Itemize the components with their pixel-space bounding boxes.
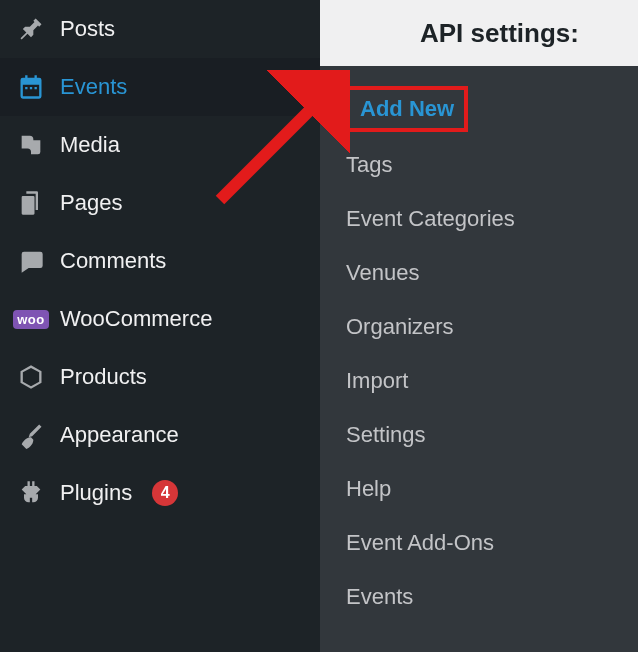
menu-label: Appearance <box>60 422 179 448</box>
menu-item-plugins[interactable]: Plugins 4 <box>0 464 320 522</box>
submenu-item-settings[interactable]: Settings <box>346 408 426 462</box>
menu-label: Media <box>60 132 120 158</box>
submenu-list: Add New Tags Event Categories Venues Org… <box>320 66 638 624</box>
submenu-item-help[interactable]: Help <box>346 462 391 516</box>
menu-label: Pages <box>60 190 122 216</box>
submenu-item-organizers[interactable]: Organizers <box>346 300 454 354</box>
page-header: API settings: <box>320 0 638 66</box>
update-badge: 4 <box>152 480 178 506</box>
admin-sidebar: Posts Events Media Pages Comments woo Wo… <box>0 0 320 652</box>
menu-label: Plugins <box>60 480 132 506</box>
submenu-item-tags[interactable]: Tags <box>346 138 392 192</box>
menu-item-pages[interactable]: Pages <box>0 174 320 232</box>
calendar-icon <box>16 72 46 102</box>
pin-icon <box>16 14 46 44</box>
menu-item-woocommerce[interactable]: woo WooCommerce <box>0 290 320 348</box>
appearance-icon <box>16 420 46 450</box>
menu-item-appearance[interactable]: Appearance <box>0 406 320 464</box>
menu-item-events[interactable]: Events <box>0 58 320 116</box>
menu-item-posts[interactable]: Posts <box>0 0 320 58</box>
submenu-item-venues[interactable]: Venues <box>346 246 419 300</box>
menu-item-media[interactable]: Media <box>0 116 320 174</box>
submenu-item-event-categories[interactable]: Event Categories <box>346 192 515 246</box>
products-icon <box>16 362 46 392</box>
menu-label: Events <box>60 74 127 100</box>
woo-icon: woo <box>16 304 46 334</box>
menu-label: Comments <box>60 248 166 274</box>
menu-item-products[interactable]: Products <box>0 348 320 406</box>
submenu-item-events[interactable]: Events <box>346 570 413 624</box>
submenu-item-import[interactable]: Import <box>346 354 408 408</box>
media-icon <box>16 130 46 160</box>
submenu-item-event-addons[interactable]: Event Add-Ons <box>346 516 494 570</box>
menu-label: Posts <box>60 16 115 42</box>
plugins-icon <box>16 478 46 508</box>
events-submenu: API settings: Add New Tags Event Categor… <box>320 0 638 652</box>
submenu-item-add-new[interactable]: Add New <box>346 86 468 132</box>
menu-label: WooCommerce <box>60 306 212 332</box>
page-title: API settings: <box>420 18 579 49</box>
menu-label: Products <box>60 364 147 390</box>
pages-icon <box>16 188 46 218</box>
menu-item-comments[interactable]: Comments <box>0 232 320 290</box>
comment-icon <box>16 246 46 276</box>
